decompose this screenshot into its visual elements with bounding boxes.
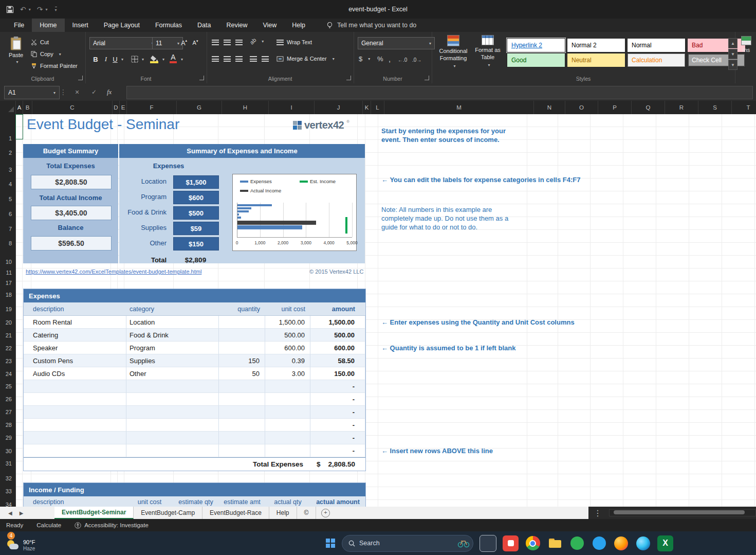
align-middle-icon[interactable] <box>224 37 231 47</box>
orientation-icon[interactable]: ab▾ <box>250 36 264 46</box>
merge-center-button[interactable]: Merge & Center ▾ <box>276 53 335 64</box>
expense-cell[interactable] <box>265 406 310 419</box>
fill-color-chevron-icon[interactable]: ▾ <box>160 53 167 65</box>
ribbon-tab-home[interactable]: Home <box>32 19 64 32</box>
blue-app-icon[interactable] <box>591 535 607 551</box>
row-header-33[interactable]: 33 <box>6 488 12 494</box>
expense-cell[interactable]: Food & Drink <box>126 329 219 342</box>
column-header-J[interactable]: J <box>315 101 363 114</box>
expense-cell[interactable] <box>24 419 126 432</box>
scrollbar-thumb[interactable] <box>614 510 745 514</box>
insert-cells-button[interactable]: Ins <box>739 36 753 53</box>
column-header-H[interactable]: H <box>222 101 269 114</box>
expense-cell[interactable]: 150 <box>219 354 265 367</box>
sheet-tab-[interactable]: © <box>297 507 317 519</box>
expense-cell[interactable]: 600.00 <box>265 342 310 354</box>
row-header-4[interactable]: 4 <box>9 181 12 187</box>
conditional-formatting-button[interactable]: Conditional Formatting ▾ <box>437 35 470 68</box>
expense-cell[interactable]: - <box>310 380 365 393</box>
expense-cell[interactable]: - <box>310 393 365 406</box>
income-table-header[interactable]: Income / Funding <box>24 483 365 496</box>
ribbon-tab-file[interactable]: File <box>6 19 32 32</box>
expense-cell[interactable] <box>126 380 219 393</box>
column-header-O[interactable]: O <box>565 101 598 114</box>
expense-cell[interactable] <box>126 444 219 457</box>
column-header-C[interactable]: C <box>32 101 113 114</box>
expense-cell[interactable] <box>265 380 310 393</box>
row-header-34[interactable]: 34 <box>6 502 12 508</box>
row-header-23[interactable]: 23 <box>6 358 12 364</box>
expense-cell[interactable] <box>265 419 310 432</box>
expense-cell[interactable] <box>219 444 265 457</box>
expense-cell[interactable]: 1,500.00 <box>265 316 310 329</box>
expenses-table-header[interactable]: Expenses <box>24 289 365 302</box>
decrease-font-icon[interactable]: A▾ <box>190 37 200 48</box>
summary-category-value-other[interactable]: $150 <box>173 237 219 250</box>
sheet-canvas[interactable]: Event Budget - Seminar vertex42 ® Start … <box>15 114 756 507</box>
total-expenses-value[interactable]: $2,808.50 <box>31 175 112 189</box>
expense-cell[interactable]: 600.00 <box>310 342 365 354</box>
borders-icon[interactable] <box>130 53 140 65</box>
row-header-28[interactable]: 28 <box>6 422 12 428</box>
expense-row[interactable]: SpeakerProgram600.00600.00 <box>24 342 365 354</box>
expense-cell[interactable] <box>265 393 310 406</box>
total-actual-income-value[interactable]: $3,405.00 <box>31 206 112 220</box>
new-sheet-button[interactable]: + <box>316 507 335 519</box>
sheet-tab-eventbudget-race[interactable]: EventBudget-Race <box>202 507 269 519</box>
expense-cell[interactable]: 50 <box>219 367 265 380</box>
column-header-T[interactable]: T <box>732 101 756 114</box>
ribbon-tab-help[interactable]: Help <box>284 19 313 32</box>
start-button[interactable] <box>326 539 336 548</box>
excel-icon[interactable]: X <box>657 535 673 551</box>
expense-row[interactable]: - <box>24 444 365 457</box>
font-color-icon[interactable]: A <box>169 51 178 63</box>
row-header-7[interactable]: 7 <box>9 226 12 232</box>
cell-style-good[interactable]: Good <box>507 53 565 67</box>
clipboard-dialog-launcher[interactable] <box>78 76 83 80</box>
expense-cell[interactable] <box>24 444 126 457</box>
row-header-11[interactable]: 11 <box>6 270 12 276</box>
ribbon-tab-page-layout[interactable]: Page Layout <box>96 19 147 32</box>
expense-cell[interactable]: Program <box>126 342 219 354</box>
budget-summary-header[interactable]: Budget Summary <box>23 144 118 158</box>
increase-font-icon[interactable]: A▴ <box>179 37 189 48</box>
expense-cell[interactable]: 0.39 <box>265 354 310 367</box>
expense-cell[interactable]: Speaker <box>24 342 126 354</box>
expense-cell[interactable]: Room Rental <box>24 316 126 329</box>
borders-chevron-icon[interactable]: ▾ <box>140 53 146 65</box>
expense-cell[interactable]: 500.00 <box>265 329 310 342</box>
row-header-31[interactable]: 31 <box>6 460 12 467</box>
red-app-icon[interactable] <box>503 535 519 551</box>
budget-chart[interactable]: ExpensesEst. IncomeActual Income01,0002,… <box>232 174 357 251</box>
expense-cell[interactable] <box>219 342 265 354</box>
expense-cell[interactable] <box>24 380 126 393</box>
expense-cell[interactable]: 500.00 <box>310 329 365 342</box>
column-header-I[interactable]: I <box>269 101 315 114</box>
column-header-N[interactable]: N <box>534 101 565 114</box>
expense-cell[interactable] <box>265 432 310 444</box>
column-header-Q[interactable]: Q <box>632 101 665 114</box>
file-explorer-icon[interactable] <box>547 535 563 551</box>
calculate-status[interactable]: Calculate <box>36 522 61 528</box>
expense-cell[interactable]: Location <box>126 316 219 329</box>
row-header-22[interactable]: 22 <box>6 345 12 351</box>
balance-label[interactable]: Balance <box>23 224 118 231</box>
row-header-32[interactable]: 32 <box>6 475 12 481</box>
tab-options-icon[interactable]: ⋮ <box>594 508 602 518</box>
expense-cell[interactable]: - <box>310 432 365 444</box>
expense-cell[interactable] <box>126 432 219 444</box>
ribbon-tab-view[interactable]: View <box>255 19 284 32</box>
row-header-20[interactable]: 20 <box>6 319 12 326</box>
name-box[interactable]: A1 ▾ <box>4 86 60 99</box>
expense-cell[interactable] <box>219 393 265 406</box>
expenses-total-row[interactable]: Total Expenses $ 2,808.50 <box>24 457 365 471</box>
expense-cell[interactable]: - <box>310 406 365 419</box>
expense-row[interactable]: Custom PensSupplies1500.3958.50 <box>24 354 365 367</box>
summary-category-label-supplies[interactable]: Supplies <box>119 224 167 231</box>
ribbon-tab-formulas[interactable]: Formulas <box>147 19 190 32</box>
row-header-8[interactable]: 8 <box>9 240 12 246</box>
expense-cell[interactable]: 58.50 <box>310 354 365 367</box>
row-header-19[interactable]: 19 <box>6 306 12 312</box>
row-header-10[interactable]: 10 <box>6 259 12 265</box>
sheet-tab-eventbudget-seminar[interactable]: EventBudget-Seminar <box>54 507 134 519</box>
